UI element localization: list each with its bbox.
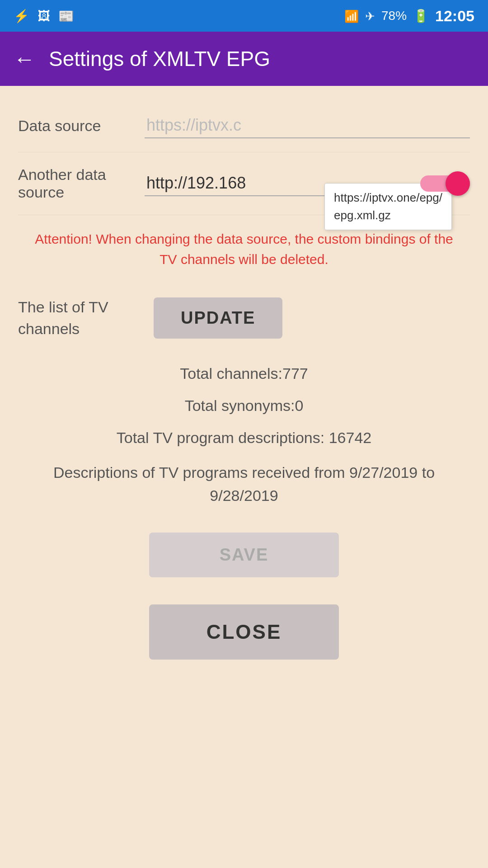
wifi-icon xyxy=(344,8,359,24)
content-area: Data source https://iptvx.one/epg/ epg.x… xyxy=(0,86,488,673)
usb-icon: ⚡ xyxy=(14,9,29,24)
toggle-wrapper xyxy=(420,171,470,196)
back-button[interactable]: ← xyxy=(14,47,35,71)
close-button[interactable]: CLOSE xyxy=(149,604,339,660)
data-source-input[interactable] xyxy=(145,113,470,138)
news-icon: 📰 xyxy=(58,9,74,24)
stats-section: Total channels:777 Total synonyms:0 Tota… xyxy=(18,353,470,519)
update-button[interactable]: UPDATE xyxy=(154,297,282,339)
app-bar: ← Settings of XMLTV EPG xyxy=(0,32,488,86)
data-source-label: Data source xyxy=(18,117,145,135)
battery-percentage: 78% xyxy=(381,9,407,23)
update-button-wrapper: UPDATE xyxy=(145,297,470,339)
status-bar: ⚡ 🖼 📰 78% 🔋 12:05 xyxy=(0,0,488,32)
status-left-icons: ⚡ 🖼 📰 xyxy=(14,9,74,24)
data-source-content xyxy=(145,113,470,138)
app-bar-title: Settings of XMLTV EPG xyxy=(49,47,270,71)
airplane-icon xyxy=(365,8,375,24)
total-programs: Total TV program descriptions: 16742 xyxy=(18,422,470,454)
date-range: Descriptions of TV programs received fro… xyxy=(18,454,470,514)
another-data-source-content xyxy=(145,171,470,196)
another-data-source-label: Another data source xyxy=(18,166,145,201)
data-source-row: Data source https://iptvx.one/epg/ epg.x… xyxy=(18,99,470,152)
status-right-icons: 78% 🔋 12:05 xyxy=(344,7,474,25)
another-source-toggle[interactable] xyxy=(420,171,470,196)
save-button[interactable]: SAVE xyxy=(149,533,339,577)
total-synonyms: Total synonyms:0 xyxy=(18,390,470,422)
toggle-thumb xyxy=(446,171,470,196)
tv-channels-row: The list of TV channels UPDATE xyxy=(18,283,470,353)
status-time: 12:05 xyxy=(435,7,474,25)
tv-channels-label: The list of TV channels xyxy=(18,297,145,340)
total-channels: Total channels:777 xyxy=(18,358,470,390)
battery-icon: 🔋 xyxy=(413,9,429,24)
image-icon: 🖼 xyxy=(38,9,50,24)
